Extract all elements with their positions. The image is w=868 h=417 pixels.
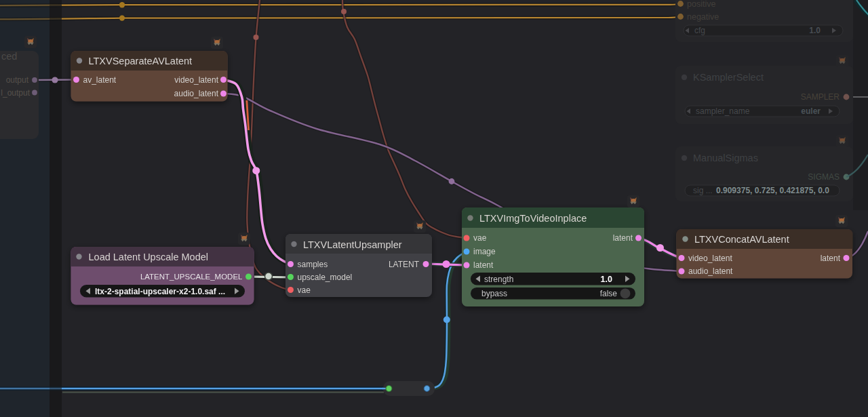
svg-text:latent: latent	[473, 260, 494, 270]
svg-text:audio_latent: audio_latent	[174, 89, 219, 98]
svg-text:image: image	[473, 247, 496, 256]
svg-text:cfg: cfg	[694, 26, 705, 35]
svg-text:sampler_name: sampler_name	[696, 106, 750, 116]
svg-text:video_latent: video_latent	[174, 75, 218, 85]
svg-text:euler: euler	[801, 106, 821, 116]
svg-text:0.909375, 0.725, 0.421875, 0.0: 0.909375, 0.725, 0.421875, 0.0	[716, 186, 829, 195]
svg-text:latent: latent	[613, 233, 633, 243]
svg-text:LTXVLatentUpsampler: LTXVLatentUpsampler	[303, 239, 402, 250]
svg-text:samples: samples	[298, 260, 328, 269]
svg-text:strength: strength	[484, 275, 513, 284]
svg-text:SAMPLER: SAMPLER	[801, 92, 840, 102]
svg-text:video_latent: video_latent	[688, 254, 732, 263]
svg-text:ced: ced	[1, 51, 17, 62]
svg-text:false: false	[600, 289, 618, 298]
svg-text:audio_latent: audio_latent	[688, 266, 733, 276]
svg-text:1.0: 1.0	[809, 26, 821, 35]
svg-text:LTXVSeparateAVLatent: LTXVSeparateAVLatent	[89, 56, 193, 66]
svg-text:vae: vae	[298, 285, 311, 295]
svg-text:bypass: bypass	[481, 289, 507, 298]
svg-text:negative: negative	[687, 12, 719, 22]
svg-text:positive: positive	[687, 0, 715, 9]
svg-text:l_output: l_output	[1, 88, 30, 98]
svg-text:ltx-2-spatial-upscaler-x2-1.0.: ltx-2-spatial-upscaler-x2-1.0.saf ...	[95, 287, 225, 296]
svg-text:LATENT_UPSCALE_MODEL: LATENT_UPSCALE_MODEL	[140, 273, 243, 281]
svg-text:upscale_model: upscale_model	[298, 273, 353, 282]
svg-text:av_latent: av_latent	[83, 75, 117, 85]
svg-text:Load Latent Upscale Model: Load Latent Upscale Model	[89, 252, 209, 262]
svg-text:SIGMAS: SIGMAS	[808, 172, 840, 182]
svg-text:KSamplerSelect: KSamplerSelect	[693, 72, 764, 83]
svg-text:LTXVConcatAVLatent: LTXVConcatAVLatent	[694, 234, 789, 245]
svg-text:output: output	[6, 75, 29, 85]
svg-text:sig ...: sig ...	[693, 186, 713, 195]
svg-text:ManualSigmas: ManualSigmas	[693, 153, 758, 163]
svg-text:LATENT: LATENT	[389, 260, 420, 269]
svg-text:LTXVImgToVideoInplace: LTXVImgToVideoInplace	[479, 213, 587, 224]
svg-text:latent: latent	[821, 254, 841, 263]
svg-text:vae: vae	[473, 233, 487, 243]
svg-text:1.0: 1.0	[601, 275, 612, 284]
